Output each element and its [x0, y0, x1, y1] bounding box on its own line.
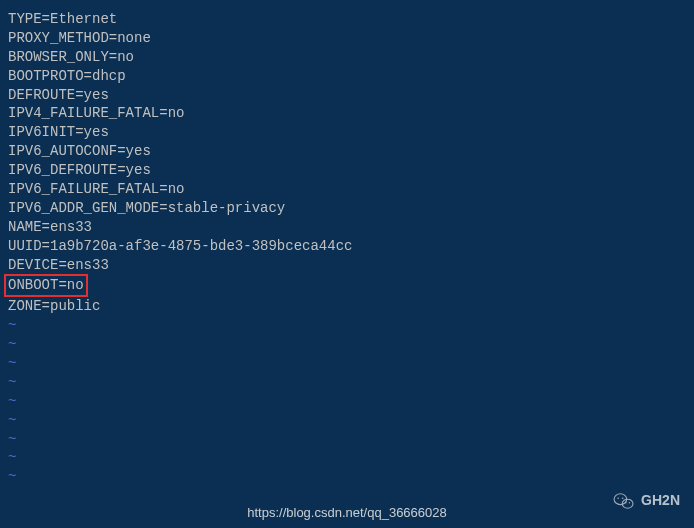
config-line: ZONE=public	[8, 297, 686, 316]
svg-point-3	[622, 497, 624, 499]
empty-line-tilde: ~	[8, 448, 686, 467]
config-line: IPV4_FAILURE_FATAL=no	[8, 104, 686, 123]
signature-watermark: GH2N	[613, 491, 680, 510]
config-line: IPV6_FAILURE_FATAL=no	[8, 180, 686, 199]
svg-point-5	[629, 502, 630, 503]
empty-line-tilde: ~	[8, 467, 686, 486]
config-line: IPV6_AUTOCONF=yes	[8, 142, 686, 161]
config-line: UUID=1a9b720a-af3e-4875-bde3-389bceca44c…	[8, 237, 686, 256]
empty-line-tilde: ~	[8, 316, 686, 335]
watermark-url: https://blog.csdn.net/qq_36666028	[247, 504, 447, 522]
config-line: BOOTPROTO=dhcp	[8, 67, 686, 86]
config-line: PROXY_METHOD=none	[8, 29, 686, 48]
empty-line-tilde: ~	[8, 430, 686, 449]
empty-line-tilde: ~	[8, 335, 686, 354]
wechat-icon	[613, 492, 635, 510]
config-line: DEFROUTE=yes	[8, 86, 686, 105]
config-line: TYPE=Ethernet	[8, 10, 686, 29]
empty-line-tilde: ~	[8, 373, 686, 392]
svg-point-0	[614, 493, 627, 504]
highlight-box: ONBOOT=no	[4, 274, 88, 297]
config-line: IPV6_ADDR_GEN_MODE=stable-privacy	[8, 199, 686, 218]
svg-point-2	[617, 497, 619, 499]
config-line: BROWSER_ONLY=no	[8, 48, 686, 67]
empty-line-tilde: ~	[8, 411, 686, 430]
config-line: NAME=ens33	[8, 218, 686, 237]
terminal-editor[interactable]: TYPE=EthernetPROXY_METHOD=noneBROWSER_ON…	[8, 10, 686, 486]
config-line-highlighted: ONBOOT=no	[8, 274, 686, 297]
config-line: DEVICE=ens33	[8, 256, 686, 275]
config-line: IPV6INIT=yes	[8, 123, 686, 142]
svg-point-4	[625, 502, 626, 503]
signature-text: GH2N	[641, 491, 680, 510]
empty-line-tilde: ~	[8, 392, 686, 411]
empty-line-tilde: ~	[8, 354, 686, 373]
config-line: IPV6_DEFROUTE=yes	[8, 161, 686, 180]
